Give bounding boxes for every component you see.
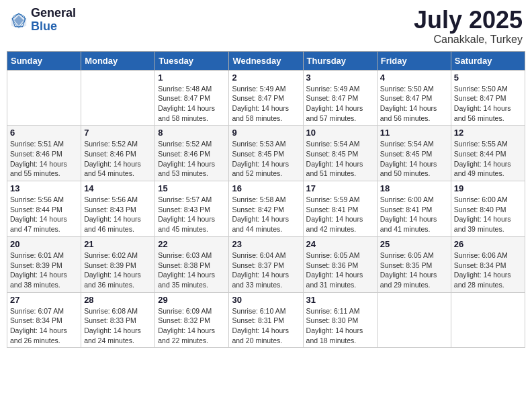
day-info: Sunrise: 6:06 AMSunset: 8:34 PMDaylight:… — [454, 250, 522, 290]
day-number: 4 — [380, 73, 448, 83]
day-info: Sunrise: 5:49 AMSunset: 8:47 PMDaylight:… — [306, 84, 374, 124]
day-info: Sunrise: 5:52 AMSunset: 8:46 PMDaylight:… — [84, 139, 152, 179]
day-info: Sunrise: 6:05 AMSunset: 8:35 PMDaylight:… — [380, 250, 448, 290]
day-of-week-header: Monday — [81, 51, 155, 70]
day-info: Sunrise: 5:56 AMSunset: 8:44 PMDaylight:… — [10, 195, 78, 234]
page-header: General Blue July 2025 Canakkale, Turkey — [7, 7, 525, 46]
calendar-cell: 14Sunrise: 5:56 AMSunset: 8:43 PMDayligh… — [81, 181, 155, 237]
calendar-week-row: 20Sunrise: 6:01 AMSunset: 8:39 PMDayligh… — [7, 236, 525, 292]
calendar-cell: 22Sunrise: 6:03 AMSunset: 8:38 PMDayligh… — [155, 236, 229, 292]
calendar-cell: 28Sunrise: 6:08 AMSunset: 8:33 PMDayligh… — [81, 292, 155, 348]
calendar-cell: 8Sunrise: 5:52 AMSunset: 8:46 PMDaylight… — [155, 126, 229, 181]
calendar-cell: 6Sunrise: 5:51 AMSunset: 8:46 PMDaylight… — [7, 126, 81, 181]
day-number: 10 — [306, 128, 374, 138]
calendar-week-row: 27Sunrise: 6:07 AMSunset: 8:34 PMDayligh… — [7, 292, 525, 348]
day-number: 2 — [232, 73, 300, 83]
day-of-week-header: Tuesday — [155, 51, 229, 70]
calendar-week-row: 6Sunrise: 5:51 AMSunset: 8:46 PMDaylight… — [7, 126, 525, 181]
day-number: 19 — [454, 183, 522, 193]
day-number: 18 — [380, 183, 448, 193]
day-number: 26 — [454, 239, 522, 249]
day-number: 1 — [158, 73, 226, 83]
logo-text: General Blue — [31, 7, 76, 34]
day-number: 29 — [158, 295, 226, 305]
calendar-cell: 11Sunrise: 5:54 AMSunset: 8:45 PMDayligh… — [377, 126, 451, 181]
day-of-week-header: Wednesday — [229, 51, 303, 70]
calendar-cell: 27Sunrise: 6:07 AMSunset: 8:34 PMDayligh… — [7, 292, 81, 348]
calendar-cell: 5Sunrise: 5:50 AMSunset: 8:47 PMDaylight… — [451, 70, 525, 126]
day-info: Sunrise: 5:50 AMSunset: 8:47 PMDaylight:… — [380, 84, 448, 124]
day-number: 16 — [232, 183, 300, 193]
day-number: 6 — [10, 128, 78, 138]
day-number: 17 — [306, 183, 374, 193]
day-info: Sunrise: 6:03 AMSunset: 8:38 PMDaylight:… — [158, 250, 226, 290]
day-info: Sunrise: 5:49 AMSunset: 8:47 PMDaylight:… — [232, 84, 300, 124]
day-info: Sunrise: 5:52 AMSunset: 8:46 PMDaylight:… — [158, 139, 226, 179]
logo: General Blue — [9, 7, 76, 34]
day-info: Sunrise: 5:54 AMSunset: 8:45 PMDaylight:… — [380, 139, 448, 179]
day-info: Sunrise: 6:10 AMSunset: 8:31 PMDaylight:… — [232, 306, 300, 346]
day-number: 7 — [84, 128, 152, 138]
day-info: Sunrise: 5:50 AMSunset: 8:47 PMDaylight:… — [454, 84, 522, 124]
day-number: 12 — [454, 128, 522, 138]
day-number: 23 — [232, 239, 300, 249]
day-info: Sunrise: 6:05 AMSunset: 8:36 PMDaylight:… — [306, 250, 374, 290]
day-number: 21 — [84, 239, 152, 249]
logo-blue: Blue — [31, 20, 76, 34]
day-info: Sunrise: 6:02 AMSunset: 8:39 PMDaylight:… — [84, 250, 152, 290]
calendar-cell: 3Sunrise: 5:49 AMSunset: 8:47 PMDaylight… — [303, 70, 377, 126]
day-number: 30 — [232, 295, 300, 305]
calendar-cell: 12Sunrise: 5:55 AMSunset: 8:44 PMDayligh… — [451, 126, 525, 181]
day-info: Sunrise: 5:59 AMSunset: 8:41 PMDaylight:… — [306, 195, 374, 234]
day-of-week-header: Friday — [377, 51, 451, 70]
calendar-cell: 1Sunrise: 5:48 AMSunset: 8:47 PMDaylight… — [155, 70, 229, 126]
calendar-cell: 9Sunrise: 5:53 AMSunset: 8:45 PMDaylight… — [229, 126, 303, 181]
day-number: 20 — [10, 239, 78, 249]
day-info: Sunrise: 6:00 AMSunset: 8:40 PMDaylight:… — [454, 195, 522, 234]
calendar-cell: 24Sunrise: 6:05 AMSunset: 8:36 PMDayligh… — [303, 236, 377, 292]
day-info: Sunrise: 6:04 AMSunset: 8:37 PMDaylight:… — [232, 250, 300, 290]
calendar-cell: 30Sunrise: 6:10 AMSunset: 8:31 PMDayligh… — [229, 292, 303, 348]
calendar-cell — [7, 70, 81, 126]
day-number: 5 — [454, 73, 522, 83]
day-info: Sunrise: 5:57 AMSunset: 8:43 PMDaylight:… — [158, 195, 226, 234]
calendar-cell: 4Sunrise: 5:50 AMSunset: 8:47 PMDaylight… — [377, 70, 451, 126]
calendar-cell: 19Sunrise: 6:00 AMSunset: 8:40 PMDayligh… — [451, 181, 525, 237]
day-info: Sunrise: 5:51 AMSunset: 8:46 PMDaylight:… — [10, 139, 78, 179]
day-number: 22 — [158, 239, 226, 249]
day-of-week-header: Sunday — [7, 51, 81, 70]
day-info: Sunrise: 5:58 AMSunset: 8:42 PMDaylight:… — [232, 195, 300, 234]
logo-icon — [9, 11, 28, 30]
calendar-cell: 23Sunrise: 6:04 AMSunset: 8:37 PMDayligh… — [229, 236, 303, 292]
month-title: July 2025 — [414, 7, 523, 34]
day-of-week-header: Saturday — [451, 51, 525, 70]
day-number: 3 — [306, 73, 374, 83]
day-number: 11 — [380, 128, 448, 138]
calendar-cell: 10Sunrise: 5:54 AMSunset: 8:45 PMDayligh… — [303, 126, 377, 181]
calendar-header-row: SundayMondayTuesdayWednesdayThursdayFrid… — [7, 51, 525, 70]
day-info: Sunrise: 5:48 AMSunset: 8:47 PMDaylight:… — [158, 84, 226, 124]
calendar-cell: 26Sunrise: 6:06 AMSunset: 8:34 PMDayligh… — [451, 236, 525, 292]
day-info: Sunrise: 6:11 AMSunset: 8:30 PMDaylight:… — [306, 306, 374, 346]
calendar-cell — [451, 292, 525, 348]
calendar-cell: 21Sunrise: 6:02 AMSunset: 8:39 PMDayligh… — [81, 236, 155, 292]
day-info: Sunrise: 6:07 AMSunset: 8:34 PMDaylight:… — [10, 306, 78, 346]
calendar-cell: 20Sunrise: 6:01 AMSunset: 8:39 PMDayligh… — [7, 236, 81, 292]
day-number: 9 — [232, 128, 300, 138]
day-info: Sunrise: 6:00 AMSunset: 8:41 PMDaylight:… — [380, 195, 448, 234]
day-number: 13 — [10, 183, 78, 193]
calendar-cell — [377, 292, 451, 348]
day-number: 24 — [306, 239, 374, 249]
day-number: 27 — [10, 295, 78, 305]
calendar-cell: 15Sunrise: 5:57 AMSunset: 8:43 PMDayligh… — [155, 181, 229, 237]
day-number: 28 — [84, 295, 152, 305]
day-info: Sunrise: 5:53 AMSunset: 8:45 PMDaylight:… — [232, 139, 300, 179]
calendar-cell: 29Sunrise: 6:09 AMSunset: 8:32 PMDayligh… — [155, 292, 229, 348]
day-number: 14 — [84, 183, 152, 193]
calendar-cell: 18Sunrise: 6:00 AMSunset: 8:41 PMDayligh… — [377, 181, 451, 237]
calendar-cell: 2Sunrise: 5:49 AMSunset: 8:47 PMDaylight… — [229, 70, 303, 126]
calendar-week-row: 1Sunrise: 5:48 AMSunset: 8:47 PMDaylight… — [7, 70, 525, 126]
day-number: 31 — [306, 295, 374, 305]
calendar-cell: 13Sunrise: 5:56 AMSunset: 8:44 PMDayligh… — [7, 181, 81, 237]
calendar-week-row: 13Sunrise: 5:56 AMSunset: 8:44 PMDayligh… — [7, 181, 525, 237]
